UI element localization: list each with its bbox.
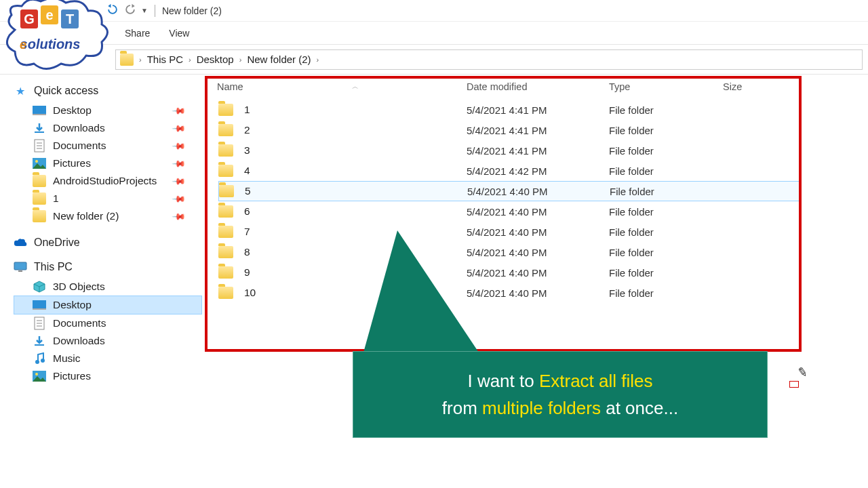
annotation-callout: I want to Extract all files from multipl… xyxy=(353,351,768,438)
folder-icon xyxy=(218,226,233,238)
sidebar-item[interactable]: Downloads xyxy=(14,332,202,350)
col-name[interactable]: Name xyxy=(217,81,243,92)
table-row[interactable]: 45/4/2021 4:42 PMFile folder xyxy=(218,161,802,181)
table-row[interactable]: 105/4/2021 4:40 PMFile folder xyxy=(218,283,802,303)
svg-point-16 xyxy=(35,160,38,163)
sidebar-item[interactable]: Pictures📌 xyxy=(14,155,202,172)
file-type: File folder xyxy=(609,226,723,238)
table-row[interactable]: 75/4/2021 4:40 PMFile folder xyxy=(218,222,802,242)
item-icon xyxy=(33,121,46,135)
file-name: 2 xyxy=(244,124,250,136)
sidebar-item[interactable]: Pictures xyxy=(14,367,202,385)
file-name: 7 xyxy=(244,226,250,238)
sidebar-item-label: Documents xyxy=(53,140,106,152)
svg-text:solutions: solutions xyxy=(20,37,81,52)
sidebar-item[interactable]: Downloads📌 xyxy=(14,119,202,137)
folder-icon xyxy=(218,144,233,157)
tab-share[interactable]: Share xyxy=(115,22,159,44)
col-type[interactable]: Type xyxy=(609,81,723,93)
svg-point-27 xyxy=(41,359,45,363)
sidebar-item-label: AndroidStudioProjects xyxy=(53,175,157,187)
sidebar-item[interactable]: AndroidStudioProjects📌 xyxy=(14,172,202,190)
table-row[interactable]: 15/4/2021 4:41 PMFile folder xyxy=(218,100,802,120)
star-icon: ★ xyxy=(14,84,27,98)
crumb-desktop[interactable]: Desktop xyxy=(197,54,234,65)
chevron-right-icon[interactable]: › xyxy=(317,56,319,64)
file-date: 5/4/2021 4:41 PM xyxy=(467,104,609,116)
sidebar-item[interactable]: Desktop📌 xyxy=(14,102,202,119)
item-icon xyxy=(33,352,46,365)
chevron-right-icon[interactable]: › xyxy=(139,56,142,64)
file-type: File folder xyxy=(609,267,723,279)
col-size[interactable]: Size xyxy=(723,81,784,93)
chevron-right-icon[interactable]: › xyxy=(189,56,191,64)
item-icon xyxy=(33,369,46,383)
sidebar-item[interactable]: Documents xyxy=(14,314,202,332)
file-date: 5/4/2021 4:40 PM xyxy=(467,206,609,218)
sidebar-quick-access[interactable]: ★ Quick access xyxy=(14,84,202,98)
item-icon xyxy=(33,192,46,205)
svg-rect-20 xyxy=(33,308,46,310)
sidebar-item[interactable]: Music xyxy=(14,350,202,367)
svg-rect-19 xyxy=(33,300,46,308)
col-date[interactable]: Date modified xyxy=(467,81,609,93)
item-icon xyxy=(33,298,46,312)
folder-icon xyxy=(218,104,233,116)
sidebar-item[interactable]: Documents📌 xyxy=(14,137,202,155)
sidebar-item-label: Downloads xyxy=(53,122,105,134)
table-row[interactable]: 35/4/2021 4:41 PMFile folder xyxy=(218,140,802,161)
file-type: File folder xyxy=(609,145,723,157)
redo-icon[interactable] xyxy=(123,3,137,18)
chevron-down-icon[interactable]: ▼ xyxy=(141,7,148,14)
file-name: 3 xyxy=(244,144,250,157)
folder-icon xyxy=(218,287,233,299)
pc-icon xyxy=(14,260,27,274)
table-row[interactable]: 65/4/2021 4:40 PMFile folder xyxy=(218,201,802,222)
folder-icon xyxy=(218,205,233,218)
sidebar-onedrive[interactable]: OneDrive xyxy=(14,236,202,249)
svg-rect-8 xyxy=(33,106,46,114)
crumb-thispc[interactable]: This PC xyxy=(147,54,183,65)
nav-sidebar: ★ Quick access Desktop📌Downloads📌Documen… xyxy=(0,75,202,488)
file-type: File folder xyxy=(610,186,724,197)
pin-icon: 📌 xyxy=(172,103,186,118)
column-headers[interactable]: Name︿ Date modified Type Size xyxy=(202,79,868,96)
ribbon-tabs: Share View xyxy=(0,22,868,45)
file-name: 4 xyxy=(244,165,250,177)
folder-icon xyxy=(218,246,233,258)
svg-rect-10 xyxy=(35,131,44,133)
annotation-resize-handle xyxy=(789,381,799,388)
tab-view[interactable]: View xyxy=(159,22,199,44)
table-row[interactable]: 85/4/2021 4:40 PMFile folder xyxy=(218,242,802,262)
sidebar-item-label: Desktop xyxy=(53,104,92,117)
chevron-right-icon[interactable]: › xyxy=(239,56,242,64)
table-row[interactable]: 95/4/2021 4:40 PMFile folder xyxy=(218,262,802,283)
sidebar-item-label: Pictures xyxy=(53,370,91,382)
item-icon xyxy=(33,104,46,117)
item-icon xyxy=(33,174,46,188)
svg-rect-9 xyxy=(33,114,46,115)
sidebar-item[interactable]: Desktop xyxy=(14,296,202,314)
pin-icon: 📌 xyxy=(172,209,186,224)
callout-pointer xyxy=(363,230,499,366)
svg-marker-30 xyxy=(363,230,479,352)
sidebar-item-label: Desktop xyxy=(53,299,92,311)
sidebar-item[interactable]: 1📌 xyxy=(14,190,202,207)
folder-icon xyxy=(120,53,134,66)
svg-rect-17 xyxy=(14,262,26,270)
title-bar: ▼ New folder (2) xyxy=(0,0,868,22)
crumb-current[interactable]: New folder (2) xyxy=(247,54,311,65)
sidebar-this-pc[interactable]: This PC xyxy=(14,260,202,274)
file-type: File folder xyxy=(609,104,723,116)
file-name: 10 xyxy=(244,287,256,299)
sidebar-item[interactable]: 3D Objects xyxy=(14,278,202,296)
breadcrumb[interactable]: › This PC › Desktop › New folder (2) › xyxy=(115,49,863,70)
pin-icon: 📌 xyxy=(172,174,186,188)
table-row[interactable]: 25/4/2021 4:41 PMFile folder xyxy=(218,120,802,140)
table-row[interactable]: 55/4/2021 4:40 PMFile folder xyxy=(218,181,802,201)
file-name: 9 xyxy=(244,266,250,279)
sidebar-item[interactable]: New folder (2)📌 xyxy=(14,207,202,225)
svg-point-29 xyxy=(35,373,38,375)
window-title: New folder (2) xyxy=(162,5,222,16)
file-type: File folder xyxy=(609,247,723,258)
